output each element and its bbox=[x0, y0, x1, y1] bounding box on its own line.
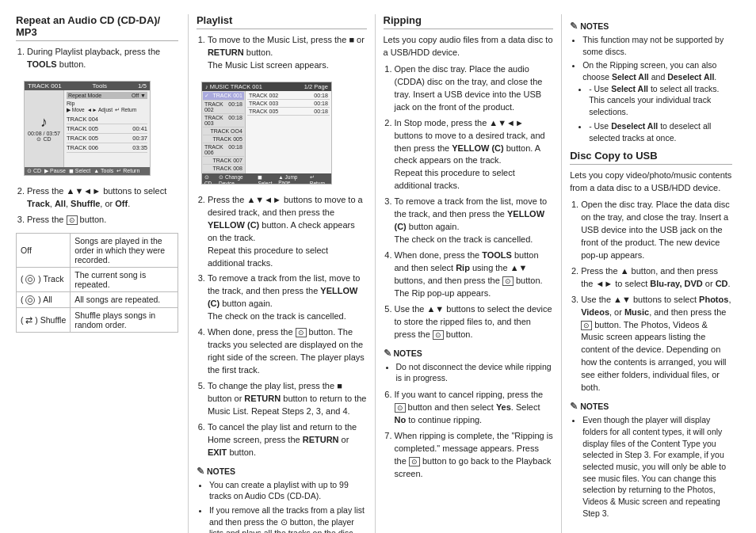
bottom-notes-title: NOTES bbox=[580, 402, 609, 411]
ripping-notes1: ✎ NOTES Do not disconnect the device whi… bbox=[384, 348, 554, 384]
enter-button-rip: ⊙ bbox=[502, 276, 514, 286]
pl-track-7: TRACK 007 bbox=[203, 157, 244, 165]
mode-shuffle: ( ⇄ ) Shuffle bbox=[17, 307, 71, 332]
track-row-3: TRACK 00500:37 bbox=[67, 134, 147, 143]
repeat-mode-label: Repeat Mode bbox=[68, 93, 101, 98]
ripping-steps-6-7: If you want to cancel ripping, press the… bbox=[384, 389, 554, 481]
repeat-mode-table: Off Songs are played in the order in whi… bbox=[16, 233, 178, 333]
repeat-mode-off: Off ▼ bbox=[132, 93, 146, 98]
table-row-shuffle: ( ⇄ ) Shuffle Shuffle plays songs in ran… bbox=[17, 307, 178, 332]
top-note-2: On the Ripping screen, you can also choo… bbox=[582, 59, 732, 143]
top-note-2b: - Use Deselect All to deselect all selec… bbox=[589, 120, 732, 143]
desc-off: Songs are played in the order in which t… bbox=[71, 233, 178, 267]
playlist-screenshot: ♪ MUSIC TRACK 001 1/2 Page ✓TRACK 001 TR… bbox=[201, 82, 332, 185]
notes-icon-2: ✎ bbox=[384, 348, 391, 359]
player-move-adjust: ▶ Move ◄► Adjust ↵ Return bbox=[67, 107, 147, 113]
main-columns: Repeat an Audio CD (CD-DA)/ MP3 During P… bbox=[16, 14, 740, 533]
player-tools-label: Tools bbox=[92, 82, 107, 89]
track-row-1: TRACK 004 bbox=[67, 115, 147, 124]
page-layout: Repeat an Audio CD (CD-DA)/ MP3 During P… bbox=[16, 14, 740, 533]
pl-track-5: TRACK 005 bbox=[203, 135, 244, 143]
player-cd-label: ⊙ CD bbox=[36, 136, 51, 143]
player-time: 00:08 / 03:57 bbox=[28, 131, 60, 136]
pl-title-bar: ♪ MUSIC TRACK 001 1/2 Page bbox=[202, 82, 331, 91]
playlist-notes-list: You can create a playlist with up to 99 … bbox=[197, 479, 367, 533]
track-row-2: TRACK 00500:41 bbox=[67, 124, 147, 134]
playlist-note-2: If you remove all the tracks from a play… bbox=[209, 504, 367, 533]
enter-button-rip2: ⊙ bbox=[433, 330, 444, 340]
ripping-step-3: To remove a track from the list, move to… bbox=[395, 196, 554, 246]
col-disc-copy: ✎ NOTES This function may not be support… bbox=[562, 14, 740, 533]
repeat-step1-text: During Playlist playback, press the TOOL… bbox=[27, 47, 160, 69]
top-notes-list: This function may not be supported by so… bbox=[570, 34, 732, 143]
col-ripping: Ripping Lets you copy audio files from a… bbox=[376, 14, 563, 533]
cd-icon-track bbox=[25, 275, 35, 284]
table-row-track: ( ) Track The current song is repeated. bbox=[17, 267, 178, 291]
pl-track-8: TRACK 008 bbox=[203, 165, 244, 173]
playlist-step-3: To remove a track from the list, move to… bbox=[208, 272, 367, 323]
playlist-step-1: To move to the Music List, press the ■ o… bbox=[208, 34, 367, 72]
top-note-2a: - Use Select All to select all tracks. T… bbox=[589, 83, 732, 118]
enter-button-done: ⊙ bbox=[409, 457, 420, 466]
disc-copy-intro: Lets you copy video/photo/music contents… bbox=[570, 169, 732, 195]
notes-icon-4: ✎ bbox=[570, 401, 578, 412]
col-repeat: Repeat an Audio CD (CD-DA)/ MP3 During P… bbox=[16, 14, 189, 533]
playlist-note-1: You can create a playlist with up to 99 … bbox=[209, 479, 367, 502]
player-body: ♪ 00:08 / 03:57 ⊙ CD Repeat Mode Off ▼ R… bbox=[25, 90, 150, 167]
ripping-notes1-title: NOTES bbox=[394, 348, 422, 358]
pl-controls-bar: ⊙ CD ⊙ Change Device ◼ Select ▲ Jump Pag… bbox=[202, 173, 331, 185]
bottom-notes-header: ✎ NOTES bbox=[570, 401, 732, 412]
repeat-step-1: During Playlist playback, press the TOOL… bbox=[27, 46, 178, 71]
bottom-note-1: Even though the player will display fold… bbox=[582, 414, 732, 519]
mode-track: ( ) Track bbox=[17, 267, 71, 291]
enter-button-icon: ⊙ bbox=[67, 215, 78, 225]
repeat-steps: During Playlist playback, press the TOOL… bbox=[16, 46, 178, 71]
playlist-step-6: To cancel the play list and return to th… bbox=[208, 421, 367, 459]
repeat-step-2: Press the ▲▼◄► buttons to select Track, … bbox=[27, 185, 178, 211]
player-left-panel: ♪ 00:08 / 03:57 ⊙ CD bbox=[25, 90, 64, 167]
playlist-notes-title: NOTES bbox=[207, 466, 235, 476]
playlist-title: Playlist bbox=[197, 14, 367, 29]
ripping-step-1: Open the disc tray. Place the audio (CDD… bbox=[395, 63, 554, 114]
pl-sel-track-3: TRACK 00500:18 bbox=[247, 108, 330, 116]
ripping-steps: Open the disc tray. Place the audio (CDD… bbox=[384, 63, 554, 341]
top-notes-title: NOTES bbox=[580, 21, 609, 31]
disc-copy-step-3: Use the ▲▼ buttons to select Photos, Vid… bbox=[581, 294, 732, 395]
table-row-off: Off Songs are played in the order in whi… bbox=[17, 233, 178, 267]
table-row-all: ( ) All All songs are repeated. bbox=[17, 291, 178, 307]
disc-copy-title: Disc Copy to USB bbox=[570, 150, 732, 165]
notes-icon-3: ✎ bbox=[570, 21, 578, 32]
bottom-notes-list: Even though the player will display fold… bbox=[570, 414, 732, 519]
repeat-title: Repeat an Audio CD (CD-DA)/ MP3 bbox=[16, 14, 178, 41]
pl-body: ✓TRACK 001 TRACK 00200:18 TRACK 00300:18… bbox=[202, 91, 331, 173]
playlist-step-5: To change the play list, press the ■ but… bbox=[208, 380, 367, 418]
playlist-step-4: When done, press the ⊙ button. The track… bbox=[208, 326, 367, 377]
player-right-panel: Repeat Mode Off ▼ Rip ▶ Move ◄► Adjust ↵… bbox=[64, 90, 150, 167]
ripping-intro: Lets you copy audio files from a data di… bbox=[384, 34, 554, 59]
cd-icon-all bbox=[25, 295, 35, 305]
ripping-step-2: In Stop mode, press the ▲▼◄► buttons to … bbox=[395, 117, 554, 193]
player-rip-label: Rip bbox=[67, 101, 147, 106]
desc-all: All songs are repeated. bbox=[71, 291, 178, 307]
repeat-step-3: Press the ⊙ button. bbox=[27, 214, 178, 227]
pl-track-3: TRACK 00300:18 bbox=[203, 114, 244, 128]
playlist-step-2: Press the ▲▼◄► buttons to move to a desi… bbox=[208, 194, 367, 270]
ripping-step-4: When done, press the TOOLS button and th… bbox=[395, 249, 554, 300]
top-notes-header: ✎ NOTES bbox=[570, 21, 732, 32]
pl-left-panel: ✓TRACK 001 TRACK 00200:18 TRACK 00300:18… bbox=[202, 91, 246, 173]
playlist-steps-2-6: Press the ▲▼◄► buttons to move to a desi… bbox=[197, 194, 367, 459]
player-controls-bar: ⊙ CD ▶ Pause ◼ Select ▲ Tools ↵ Return bbox=[25, 167, 150, 175]
player-track-label: TRACK 001 bbox=[28, 82, 62, 89]
player-menu-row: Repeat Mode Off ▼ bbox=[67, 92, 147, 99]
player-page-label: 1/5 bbox=[138, 82, 147, 89]
pl-right-panel: TRACK 00200:18 TRACK 00300:18 TRACK 0050… bbox=[246, 91, 331, 173]
mode-all: ( ) All bbox=[17, 291, 71, 307]
col-playlist: Playlist To move to the Music List, pres… bbox=[189, 14, 376, 533]
pl-track-1: ✓TRACK 001 bbox=[203, 92, 244, 101]
enter-button-copy: ⊙ bbox=[581, 321, 592, 330]
notes-icon: ✎ bbox=[197, 466, 204, 477]
ripping-title: Ripping bbox=[384, 14, 554, 29]
disc-copy-step-1: Open the disc tray. Place the data disc … bbox=[581, 199, 732, 262]
ripping-step-7: When ripping is complete, the "Ripping i… bbox=[395, 430, 554, 481]
playlist-steps: To move to the Music List, press the ■ o… bbox=[197, 34, 367, 72]
